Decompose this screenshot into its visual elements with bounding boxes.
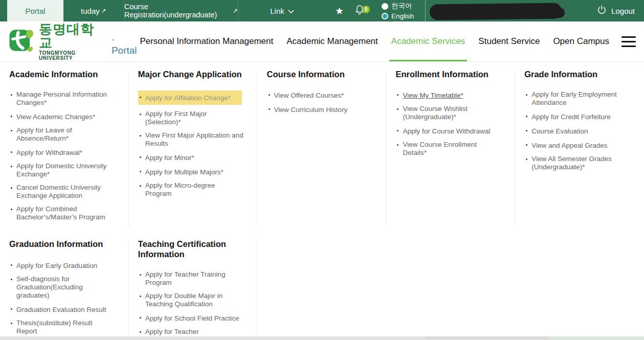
course-registration-link[interactable]: Course Registration(undergraduate) ↗ <box>124 0 238 21</box>
chevron-down-icon <box>288 7 294 15</box>
menu-item-label: Apply for Teacher Training Program <box>145 270 243 287</box>
portal-tab[interactable]: Portal <box>7 0 63 21</box>
menu-item[interactable]: Apply for School Field Practice <box>138 313 239 323</box>
bullet-icon <box>11 116 12 117</box>
bullet-icon <box>11 151 12 153</box>
language-option-korean[interactable]: 한국어 <box>382 2 414 11</box>
menu-item-label: View Offered Courses* <box>274 92 344 100</box>
menu-item[interactable]: Apply for Double Major in Teaching Quali… <box>138 292 243 308</box>
language-switcher: 한국어 English <box>382 2 414 20</box>
bullet-icon <box>526 130 527 131</box>
power-icon <box>597 5 607 16</box>
menu-item-label: Apply for Affiliation Change* <box>145 94 231 102</box>
menu-item-label: Apply for Minor* <box>145 154 194 162</box>
menu-item[interactable]: View Academic Changes* <box>9 112 95 121</box>
bullet-icon <box>140 114 141 115</box>
academic-services-mega-menu: Academic InformationManage Personal Info… <box>0 62 644 340</box>
menu-item-label: Thesis(substitute) Result Report <box>16 319 115 335</box>
notifications-bell-icon[interactable]: 0 <box>355 5 364 17</box>
nav-item-academic-management[interactable]: Academic Management <box>286 21 378 61</box>
menu-item[interactable]: Apply for Multiple Majors* <box>138 167 224 176</box>
university-name-english: TONGMYONG UNIVERSITY <box>39 51 104 61</box>
menu-item-label: Apply for School Field Practice <box>145 314 239 323</box>
nav-item-academic-services[interactable]: Academic Services <box>391 21 465 61</box>
menu-item[interactable]: Apply for First Major (Selection)* <box>138 110 243 126</box>
menu-item[interactable]: Apply for Credit Forfeiture <box>524 112 611 121</box>
bullet-icon <box>140 317 141 319</box>
external-link-icon: ↗ <box>233 7 238 14</box>
menu-item-label: Apply for Withdrawal* <box>16 149 82 157</box>
menu-item[interactable]: Apply for Domestic University Exchange* <box>9 162 115 178</box>
university-logo-mark-icon <box>7 27 35 56</box>
menu-item[interactable]: Course Evaluation <box>524 126 588 135</box>
menu-item[interactable]: Manage Personal Information Changes* <box>9 90 115 107</box>
bullet-icon <box>140 135 141 137</box>
menu-item[interactable]: View All Semester Grades (Undergraduate)… <box>524 155 630 171</box>
menu-item[interactable]: Thesis(substitute) Result Report <box>9 319 115 335</box>
university-logo[interactable]: 동명대학교 TONGMYONG UNIVERSITY · Portal <box>7 21 140 61</box>
menu-section-course-information: Course InformationView Offered Courses*V… <box>258 70 387 226</box>
bullet-icon <box>140 97 141 98</box>
menu-item[interactable]: View and Appeal Grades <box>524 141 607 150</box>
section-title: Grade Information <box>524 70 629 79</box>
course-registration-label: Course Registration(undergraduate) <box>124 3 231 19</box>
nav-item-student-service[interactable]: Student Service <box>478 21 540 61</box>
menu-item[interactable]: Apply for Leave of Absence/Return* <box>9 126 115 143</box>
bullet-icon <box>526 158 527 160</box>
radio-selected-icon[interactable] <box>382 13 388 19</box>
menu-item-label: Apply for Leave of Absence/Return* <box>16 126 115 143</box>
menu-item-label: Apply for Double Major in Teaching Quali… <box>145 292 243 308</box>
hamburger-menu-icon[interactable] <box>621 21 636 61</box>
menu-item-label: Cancel Domestic University Exchange Appl… <box>16 184 115 200</box>
section-title: Enrollment Information <box>395 70 500 79</box>
menu-item[interactable]: Apply for Course Withdrawal <box>395 126 490 135</box>
menu-item-label: Apply for Domestic University Exchange* <box>16 162 115 178</box>
menu-item[interactable]: View First Major Application and Results <box>138 131 243 148</box>
logout-button[interactable]: Logout <box>597 0 635 21</box>
menu-item[interactable]: View Curriculum History <box>267 105 348 114</box>
menu-item-label: Self-diagnosis for Graduation(Excluding … <box>16 275 115 300</box>
empty-column <box>386 239 515 340</box>
menu-item[interactable]: Self-diagnosis for Graduation(Excluding … <box>9 275 115 300</box>
language-option-english[interactable]: English <box>382 12 414 20</box>
menu-item-label: Apply for Early Employment Attendance <box>531 90 630 107</box>
menu-item-label: Apply for Multiple Majors* <box>145 168 224 176</box>
nav-item-open-campus[interactable]: Open Campus <box>553 21 609 61</box>
menu-item[interactable]: Apply for Teacher Training Program <box>138 270 243 287</box>
bullet-icon <box>11 130 12 131</box>
menu-item[interactable]: View Course Wishlist (Undergraduate)* <box>395 105 501 121</box>
section-title: Course Information <box>267 70 372 79</box>
menu-item[interactable]: Apply for Micro-degree Program <box>138 182 243 198</box>
language-english-label: English <box>391 12 414 20</box>
bullet-icon <box>140 296 141 297</box>
menu-item[interactable]: Apply for Withdrawal* <box>9 148 82 157</box>
menu-item[interactable]: View Offered Courses* <box>267 90 344 100</box>
radio-unselected-icon[interactable] <box>382 3 388 10</box>
menu-item[interactable]: Apply for Affiliation Change* <box>138 90 242 105</box>
logout-label: Logout <box>611 7 635 15</box>
menu-item[interactable]: Apply for Early Employment Attendance <box>524 90 630 107</box>
menu-item[interactable]: Apply for Early Graduation <box>9 261 97 270</box>
menu-item[interactable]: Apply for Combined Bachelor’s/Master’s P… <box>9 205 115 221</box>
menu-item[interactable]: Apply for Minor* <box>138 153 194 162</box>
bullet-icon <box>11 264 12 266</box>
bullet-icon <box>140 274 141 276</box>
tuday-link[interactable]: tuday ↗ <box>63 0 124 21</box>
menu-item[interactable]: Cancel Domestic University Exchange Appl… <box>9 184 115 200</box>
favorites-star-icon[interactable]: ★ <box>335 5 344 17</box>
bullet-icon <box>397 144 398 146</box>
menu-item[interactable]: Graduation Evaluation Result <box>9 305 106 314</box>
portal-suffix-label: · Portal <box>112 34 140 56</box>
nav-item-personal-information-management[interactable]: Personal Information Management <box>140 21 273 61</box>
tuday-label: tuday <box>81 7 100 15</box>
external-link-icon: ↗ <box>101 7 106 14</box>
menu-item-label: Apply for Early Graduation <box>16 262 97 270</box>
university-name-korean: 동명대학교 <box>39 22 104 49</box>
bullet-icon <box>11 323 12 324</box>
bullet-icon <box>11 94 12 96</box>
section-title: Graduation Information <box>9 239 114 249</box>
portal-tab-label: Portal <box>25 7 45 15</box>
menu-item[interactable]: View My Timetable* <box>395 90 463 100</box>
link-dropdown[interactable]: Link <box>238 0 326 21</box>
menu-item[interactable]: View Course Enrollment Details* <box>395 141 501 157</box>
